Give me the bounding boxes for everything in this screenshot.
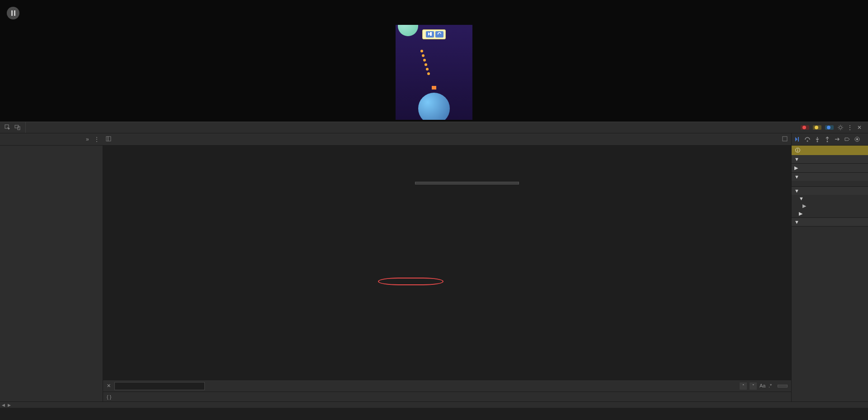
- search-input[interactable]: [114, 382, 205, 390]
- watch-section[interactable]: ▶: [792, 164, 868, 172]
- code-editor-pane: ✕ ˄ ˅ Aa .* { }: [103, 133, 791, 401]
- scroll-right-icon[interactable]: ▶: [8, 403, 11, 407]
- cancel-button[interactable]: [778, 385, 788, 387]
- file-tabs: [103, 133, 791, 146]
- svg-point-10: [827, 141, 828, 142]
- bottom-scrollbar[interactable]: ◀ ▶: [0, 401, 868, 408]
- scope-local[interactable]: ▼: [792, 195, 868, 202]
- code-area[interactable]: [103, 146, 791, 380]
- planet-icon: [398, 25, 418, 36]
- svg-point-8: [807, 141, 808, 142]
- pause-exceptions-icon[interactable]: [854, 136, 860, 142]
- value-tooltip[interactable]: [415, 182, 519, 184]
- planet-icon: [418, 93, 450, 120]
- error-badge[interactable]: [801, 125, 809, 130]
- nav-back-icon[interactable]: [103, 136, 114, 143]
- step-button[interactable]: [435, 31, 443, 38]
- pretty-print-icon[interactable]: { }: [107, 394, 111, 400]
- step-into-icon[interactable]: [814, 136, 821, 142]
- game-viewport: [0, 0, 868, 122]
- debug-pane: ⓘ ▼ ▶ ▼ ▼ ▼ ▶ ▶ ▼: [791, 133, 868, 401]
- svg-rect-6: [783, 137, 787, 141]
- scope-this[interactable]: ▶: [792, 202, 868, 210]
- info-badge[interactable]: [825, 125, 834, 130]
- no-breakpoints-label: [792, 181, 868, 186]
- file-tree: [0, 146, 103, 401]
- resume-icon[interactable]: [794, 136, 801, 142]
- svg-rect-5: [108, 137, 111, 141]
- chevron-right-icon[interactable]: »: [86, 136, 92, 142]
- scroll-left-icon[interactable]: ◀: [2, 403, 5, 407]
- close-icon[interactable]: ✕: [857, 124, 863, 131]
- svg-rect-4: [106, 137, 108, 141]
- match-case-icon[interactable]: Aa: [760, 383, 766, 389]
- device-icon[interactable]: [14, 124, 21, 131]
- more-icon[interactable]: ⋮: [847, 124, 854, 131]
- step-out-icon[interactable]: [824, 136, 830, 142]
- info-icon: ⓘ: [795, 147, 800, 154]
- annotation-circle: [378, 278, 443, 285]
- breakpoints-section[interactable]: ▼: [792, 173, 868, 181]
- paused-debugger-overlay: [422, 29, 446, 39]
- step-over-icon[interactable]: [804, 136, 811, 142]
- devtools-tabbar: ⋮ ✕: [0, 122, 868, 133]
- more-icon[interactable]: ⋮: [94, 136, 100, 142]
- gear-icon[interactable]: [837, 124, 844, 131]
- tooltip-title: [415, 182, 519, 184]
- maximize-icon[interactable]: [782, 136, 788, 142]
- svg-rect-7: [798, 137, 799, 142]
- scope-global[interactable]: ▶: [792, 210, 868, 217]
- warning-badge[interactable]: [813, 125, 821, 130]
- ship-icon: [432, 86, 436, 90]
- deactivate-bp-icon[interactable]: [844, 136, 850, 142]
- regex-icon[interactable]: .*: [769, 383, 775, 389]
- close-icon[interactable]: ✕: [107, 383, 111, 389]
- resume-button[interactable]: [426, 31, 434, 38]
- threads-section[interactable]: ▼: [792, 155, 868, 163]
- search-bar: ✕ ˄ ˅ Aa .*: [103, 380, 791, 392]
- svg-rect-12: [856, 138, 858, 140]
- callstack-section[interactable]: ▼: [792, 218, 868, 226]
- inspect-icon[interactable]: [5, 124, 11, 131]
- debug-toolbar: [792, 133, 868, 146]
- scope-section[interactable]: ▼: [792, 187, 868, 195]
- next-match-button[interactable]: ˅: [750, 382, 757, 390]
- prev-match-button[interactable]: ˄: [740, 382, 747, 390]
- pause-button[interactable]: [7, 7, 19, 19]
- step-icon[interactable]: [834, 136, 840, 142]
- svg-point-3: [839, 126, 842, 129]
- debugger-paused-banner: ⓘ: [792, 146, 868, 155]
- status-bar: { }: [103, 392, 791, 401]
- svg-point-9: [817, 141, 818, 142]
